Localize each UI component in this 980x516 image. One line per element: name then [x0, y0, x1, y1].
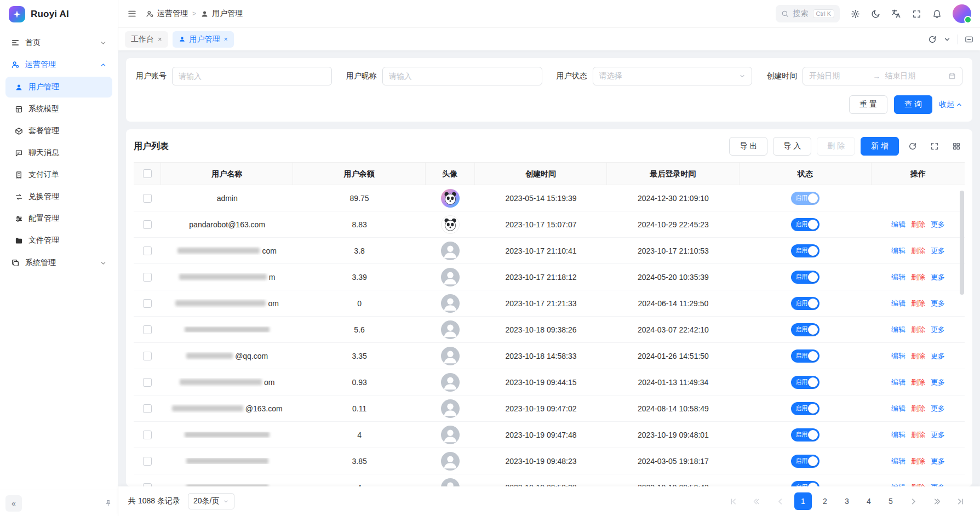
edit-link[interactable]: 编辑: [891, 377, 906, 387]
row-checkbox[interactable]: [143, 325, 152, 334]
sidebar-item-payment-orders[interactable]: 支付订单: [5, 164, 112, 185]
next-group-button[interactable]: [927, 492, 947, 510]
status-toggle[interactable]: 启用: [791, 428, 819, 442]
fit-screen-icon[interactable]: [965, 35, 973, 44]
sidebar-item-chat-messages[interactable]: 聊天消息: [5, 142, 112, 163]
edit-link[interactable]: 编辑: [891, 430, 906, 440]
hamburger-menu-icon[interactable]: [127, 9, 137, 19]
more-link[interactable]: 更多: [931, 246, 945, 256]
edit-link[interactable]: 编辑: [891, 272, 906, 282]
page-size-select[interactable]: 20条/页: [188, 493, 234, 509]
status-toggle[interactable]: 启用: [791, 244, 819, 257]
select-all-checkbox[interactable]: [143, 169, 152, 178]
more-link[interactable]: 更多: [931, 220, 945, 230]
more-link[interactable]: 更多: [931, 430, 945, 440]
breadcrumb-user-management[interactable]: 用户管理: [200, 9, 243, 19]
tab-user-management[interactable]: 用户管理 ×: [173, 31, 234, 48]
status-toggle[interactable]: 启用: [791, 323, 819, 336]
global-search[interactable]: 搜索 Ctrl K: [776, 5, 840, 22]
edit-link[interactable]: 编辑: [891, 456, 906, 466]
page-number-button[interactable]: 4: [860, 492, 878, 510]
status-toggle[interactable]: 启用: [791, 192, 819, 205]
reset-button[interactable]: 重 置: [849, 95, 887, 114]
more-link[interactable]: 更多: [931, 299, 945, 308]
row-checkbox[interactable]: [143, 378, 152, 387]
date-range-picker[interactable]: 开始日期 → 结束日期: [803, 67, 962, 85]
table-scrollbar[interactable]: [960, 191, 964, 295]
more-link[interactable]: 更多: [931, 325, 945, 335]
page-number-button[interactable]: 2: [816, 492, 834, 510]
user-avatar[interactable]: [953, 4, 971, 23]
last-page-button[interactable]: [951, 492, 970, 510]
page-number-button[interactable]: 1: [794, 492, 812, 510]
sidebar-group-system[interactable]: 系统管理: [5, 252, 112, 274]
edit-link[interactable]: 编辑: [891, 404, 906, 414]
delete-link[interactable]: 删除: [911, 325, 925, 335]
status-toggle[interactable]: 启用: [791, 481, 819, 487]
account-input[interactable]: [179, 72, 325, 81]
more-link[interactable]: 更多: [931, 456, 945, 466]
status-toggle[interactable]: 启用: [791, 218, 819, 231]
next-page-button[interactable]: [904, 492, 923, 510]
status-toggle[interactable]: 启用: [791, 297, 819, 310]
sidebar-item-user-management[interactable]: 用户管理: [5, 77, 112, 98]
refresh-list-icon[interactable]: [904, 138, 921, 154]
page-number-button[interactable]: 5: [882, 492, 899, 510]
status-toggle[interactable]: 启用: [791, 349, 819, 363]
delete-link[interactable]: 删除: [911, 377, 925, 387]
row-checkbox[interactable]: [143, 246, 152, 255]
collapse-filters-link[interactable]: 收起: [939, 100, 962, 110]
more-link[interactable]: 更多: [931, 272, 945, 282]
fullscreen-table-icon[interactable]: [926, 138, 943, 154]
search-button[interactable]: 查 询: [894, 95, 932, 114]
prev-page-button[interactable]: [771, 492, 790, 510]
delete-link[interactable]: 删除: [911, 220, 925, 230]
sidebar-group-home[interactable]: 首页: [5, 32, 112, 54]
notifications-bell-icon[interactable]: [932, 9, 942, 19]
page-number-button[interactable]: 3: [838, 492, 856, 510]
language-translate-icon[interactable]: [891, 9, 901, 19]
status-toggle[interactable]: 启用: [791, 376, 819, 389]
sidebar-item-exchange[interactable]: 兑换管理: [5, 186, 112, 207]
delete-link[interactable]: 删除: [911, 351, 925, 361]
delete-link[interactable]: 删除: [911, 272, 925, 282]
edit-link[interactable]: 编辑: [891, 246, 906, 256]
close-icon[interactable]: ×: [224, 35, 228, 43]
delete-link[interactable]: 删除: [911, 246, 925, 256]
row-checkbox[interactable]: [143, 194, 152, 203]
row-checkbox[interactable]: [143, 431, 152, 439]
delete-button[interactable]: 删 除: [817, 137, 855, 156]
status-toggle[interactable]: 启用: [791, 455, 819, 468]
sidebar-item-packages[interactable]: 套餐管理: [5, 121, 112, 141]
more-link[interactable]: 更多: [931, 377, 945, 387]
edit-link[interactable]: 编辑: [891, 351, 906, 361]
row-checkbox[interactable]: [143, 404, 152, 413]
refresh-tab-icon[interactable]: [928, 35, 937, 44]
sidebar-group-operations[interactable]: 运营管理: [5, 54, 112, 76]
nickname-input[interactable]: [389, 72, 536, 81]
delete-link[interactable]: 删除: [911, 299, 925, 308]
sidebar-item-system-models[interactable]: 系统模型: [5, 99, 112, 119]
tab-workbench[interactable]: 工作台 ×: [125, 31, 168, 48]
edit-link[interactable]: 编辑: [891, 325, 906, 335]
export-button[interactable]: 导 出: [729, 137, 767, 156]
close-icon[interactable]: ×: [158, 35, 162, 43]
delete-link[interactable]: 删除: [911, 430, 925, 440]
fullscreen-icon[interactable]: [912, 9, 921, 19]
settings-gear-icon[interactable]: [851, 9, 860, 19]
pin-icon[interactable]: [104, 499, 112, 507]
row-checkbox[interactable]: [143, 273, 152, 282]
breadcrumb-operations[interactable]: 运营管理: [146, 9, 188, 19]
column-settings-grid-icon[interactable]: [948, 138, 965, 154]
row-checkbox[interactable]: [143, 352, 152, 360]
delete-link[interactable]: 删除: [911, 483, 925, 487]
status-select[interactable]: 请选择: [593, 67, 753, 85]
delete-link[interactable]: 删除: [911, 456, 925, 466]
edit-link[interactable]: 编辑: [891, 220, 906, 230]
first-page-button[interactable]: [724, 492, 743, 510]
edit-link[interactable]: 编辑: [891, 483, 906, 487]
prev-group-button[interactable]: [747, 492, 766, 510]
delete-link[interactable]: 删除: [911, 404, 925, 414]
status-toggle[interactable]: 启用: [791, 402, 819, 415]
add-button[interactable]: 新 增: [861, 137, 899, 156]
